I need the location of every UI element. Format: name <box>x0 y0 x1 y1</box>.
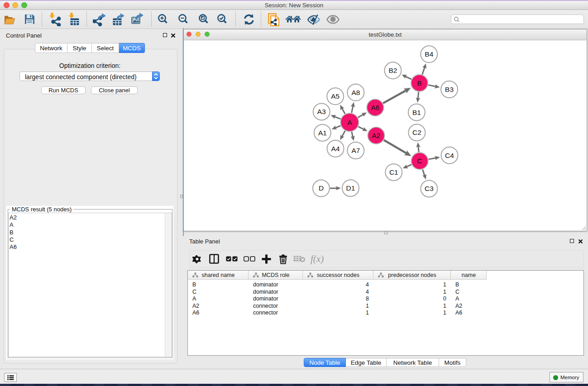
svg-text:A2: A2 <box>372 132 381 139</box>
svg-text:C1: C1 <box>389 168 398 176</box>
svg-text:A7: A7 <box>351 147 360 154</box>
svg-text:A6: A6 <box>371 104 379 111</box>
svg-text:B3: B3 <box>445 86 454 93</box>
svg-text:A: A <box>347 119 352 126</box>
svg-text:B4: B4 <box>425 50 433 58</box>
svg-text:A5: A5 <box>331 92 339 100</box>
svg-text:C3: C3 <box>425 185 434 192</box>
svg-text:B2: B2 <box>389 67 397 74</box>
svg-text:A1: A1 <box>318 129 327 137</box>
svg-text:D1: D1 <box>346 184 355 192</box>
svg-text:C: C <box>417 157 422 165</box>
svg-text:B1: B1 <box>412 109 421 116</box>
svg-text:A8: A8 <box>351 89 360 96</box>
svg-text:D: D <box>319 184 324 192</box>
svg-text:B: B <box>417 79 421 87</box>
svg-text:A3: A3 <box>317 108 326 115</box>
svg-text:C4: C4 <box>445 152 454 159</box>
svg-text:C2: C2 <box>412 129 421 136</box>
svg-text:A4: A4 <box>331 145 340 152</box>
